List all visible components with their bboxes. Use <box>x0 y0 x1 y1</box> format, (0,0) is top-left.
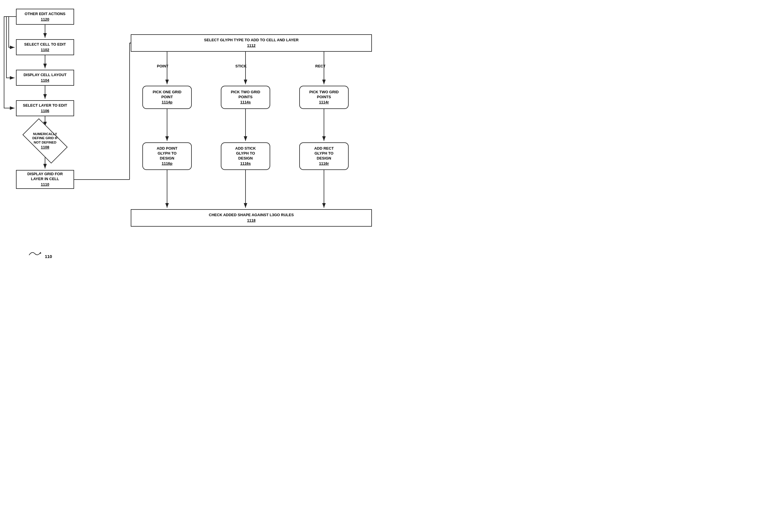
figure-label: 110 <box>26 249 52 259</box>
node-1116s: ADD STICKGLYPH TODESIGN 1116s <box>221 142 270 170</box>
node-1112: SELECT GLYPH TYPE TO ADD TO CELL AND LAY… <box>131 34 372 52</box>
label-stick: STICK <box>235 64 247 68</box>
node-1102: SELECT CELL TO EDIT 1102 <box>16 39 74 55</box>
node-1114s: PICK TWO GRIDPOINTS 1114s <box>221 86 270 109</box>
node-1110: DISPLAY GRID FOR LAYER IN CELL 1110 <box>16 170 74 189</box>
node-1116r: ADD RECTGLYPH TODESIGN 1116r <box>299 142 349 170</box>
node-1114r: PICK TWO GRIDPOINTS 1114r <box>299 86 349 109</box>
node-1108: NUMERICALLYDEFINE GRID IFNOT DEFINED 110… <box>10 125 80 157</box>
flowchart: OTHER EDIT ACTIONS 1120 SELECT CELL TO E… <box>0 0 387 266</box>
node-1120: OTHER EDIT ACTIONS 1120 <box>16 9 74 25</box>
node-1106: SELECT LAYER TO EDIT 1106 <box>16 100 74 116</box>
node-1104: DISPLAY CELL LAYOUT 1104 <box>16 70 74 86</box>
node-1116p: ADD POINTGLYPH TODESIGN 1116p <box>142 142 192 170</box>
node-1118: CHECK ADDED SHAPE AGAINST L3GO RULES 111… <box>131 209 372 227</box>
node-1114p: PICK ONE GRIDPOINT 1114p <box>142 86 192 109</box>
label-point: POINT <box>157 64 169 68</box>
label-rect: RECT <box>315 64 325 68</box>
